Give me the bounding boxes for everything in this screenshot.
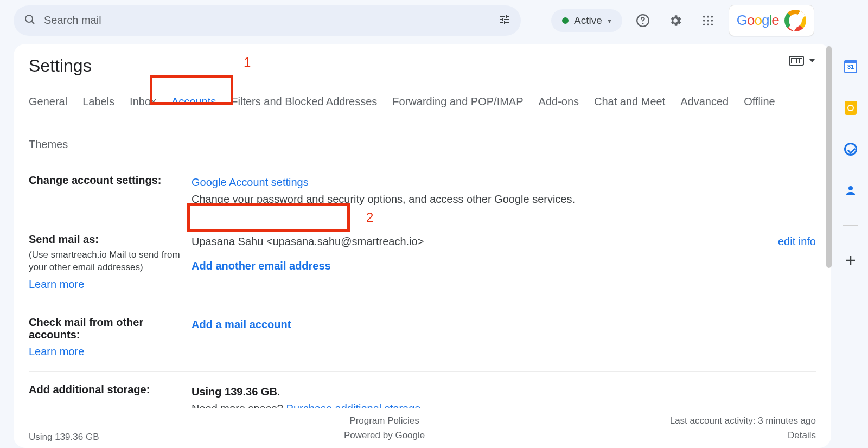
tab-accounts[interactable]: Accounts bbox=[171, 91, 216, 119]
purchase-storage-link[interactable]: Purchase additional storage bbox=[286, 402, 421, 408]
chevron-down-icon: ▾ bbox=[608, 16, 611, 25]
storage-label: Add additional storage: bbox=[29, 383, 150, 395]
details-link[interactable]: Details bbox=[670, 428, 816, 443]
powered-by: Powered by Google bbox=[344, 428, 425, 443]
svg-point-0 bbox=[25, 15, 33, 22]
tab-inbox[interactable]: Inbox bbox=[130, 91, 156, 119]
status-label: Active bbox=[574, 15, 602, 27]
tune-icon[interactable] bbox=[498, 13, 511, 28]
section-send-mail-as: Send mail as: (Use smartreach.io Mail to… bbox=[29, 221, 816, 304]
send-mail-as-learn-more[interactable]: Learn more bbox=[29, 278, 181, 291]
tab-labels[interactable]: Labels bbox=[82, 91, 114, 119]
tab-offline[interactable]: Offline bbox=[744, 91, 775, 119]
account-chip[interactable]: Google bbox=[729, 5, 814, 36]
section-change-account: Change account settings: Google Account … bbox=[29, 162, 816, 221]
change-account-desc: Change your password and security option… bbox=[192, 193, 575, 205]
search-bar[interactable] bbox=[14, 5, 521, 36]
add-addon-icon[interactable] bbox=[843, 253, 858, 268]
storage-using: Using 139.36 GB. bbox=[192, 386, 280, 398]
input-type-selector[interactable] bbox=[789, 56, 815, 66]
scroll-thumb[interactable] bbox=[826, 46, 832, 268]
side-divider bbox=[843, 225, 858, 226]
tasks-icon[interactable] bbox=[843, 142, 858, 157]
change-account-label: Change account settings: bbox=[29, 174, 161, 186]
send-mail-as-sub: (Use smartreach.io Mail to send from you… bbox=[29, 249, 181, 274]
tab-forwarding[interactable]: Forwarding and POP/IMAP bbox=[392, 91, 523, 119]
footer-storage[interactable]: Using 139.36 GB bbox=[29, 432, 99, 443]
check-mail-label: Check mail from other accounts: bbox=[29, 316, 143, 341]
side-panel bbox=[833, 41, 868, 448]
page-title: Settings bbox=[29, 56, 816, 76]
send-mail-as-label: Send mail as: bbox=[29, 233, 99, 245]
tab-themes[interactable]: Themes bbox=[29, 134, 68, 162]
svg-point-9 bbox=[711, 20, 713, 22]
top-bar: Active ▾ Google bbox=[0, 0, 868, 41]
last-activity: Last account activity: 3 minutes ago bbox=[670, 413, 816, 428]
svg-point-4 bbox=[703, 15, 705, 17]
calendar-icon[interactable] bbox=[843, 59, 858, 74]
edit-info-link[interactable]: edit info bbox=[778, 233, 816, 250]
svg-point-11 bbox=[707, 23, 709, 25]
check-mail-learn-more[interactable]: Learn more bbox=[29, 345, 181, 358]
status-pill[interactable]: Active ▾ bbox=[551, 9, 622, 32]
svg-point-8 bbox=[707, 20, 709, 22]
help-icon[interactable] bbox=[631, 9, 655, 33]
send-as-identity: Upasana Sahu <upasana.sahu@smartreach.io… bbox=[192, 233, 424, 250]
svg-point-5 bbox=[707, 15, 709, 17]
svg-point-10 bbox=[703, 23, 705, 25]
keyboard-icon bbox=[789, 56, 804, 66]
scrollbar[interactable] bbox=[825, 46, 833, 415]
keep-icon[interactable] bbox=[843, 100, 858, 116]
search-icon bbox=[23, 13, 36, 28]
google-account-settings-link[interactable]: Google Account settings bbox=[192, 176, 309, 188]
svg-point-12 bbox=[711, 23, 713, 25]
svg-point-7 bbox=[703, 20, 705, 22]
status-dot-icon bbox=[562, 17, 569, 24]
avatar bbox=[784, 10, 806, 31]
section-storage: Add additional storage: Using 139.36 GB.… bbox=[29, 372, 816, 408]
settings-tabs: General Labels Inbox Accounts Filters an… bbox=[29, 91, 816, 162]
add-mail-account-link[interactable]: Add a mail account bbox=[192, 318, 291, 330]
svg-point-6 bbox=[711, 15, 713, 17]
program-policies-link[interactable]: Program Policies bbox=[344, 413, 425, 428]
gear-icon[interactable] bbox=[663, 9, 687, 33]
contacts-icon[interactable] bbox=[843, 183, 858, 198]
tab-general[interactable]: General bbox=[29, 91, 67, 119]
google-logo: Google bbox=[737, 12, 779, 29]
tab-chat[interactable]: Chat and Meet bbox=[594, 91, 665, 119]
storage-need: Need more space? bbox=[192, 402, 286, 408]
chevron-down-icon bbox=[809, 59, 815, 62]
main-row: Settings General Labels Inbox Accounts F… bbox=[0, 41, 868, 448]
search-input[interactable] bbox=[44, 14, 490, 27]
tab-advanced[interactable]: Advanced bbox=[680, 91, 729, 119]
tab-addons[interactable]: Add-ons bbox=[539, 91, 579, 119]
footer: Using 139.36 GB Program Policies Powered… bbox=[29, 408, 816, 443]
svg-point-3 bbox=[642, 23, 643, 24]
svg-point-13 bbox=[848, 186, 853, 190]
apps-grid-icon[interactable] bbox=[696, 9, 720, 33]
tab-filters[interactable]: Filters and Blocked Addresses bbox=[231, 91, 377, 119]
settings-panel: Settings General Labels Inbox Accounts F… bbox=[14, 44, 831, 448]
svg-line-1 bbox=[31, 21, 34, 24]
section-check-mail: Check mail from other accounts: Learn mo… bbox=[29, 304, 816, 372]
add-another-email-link[interactable]: Add another email address bbox=[192, 260, 331, 272]
